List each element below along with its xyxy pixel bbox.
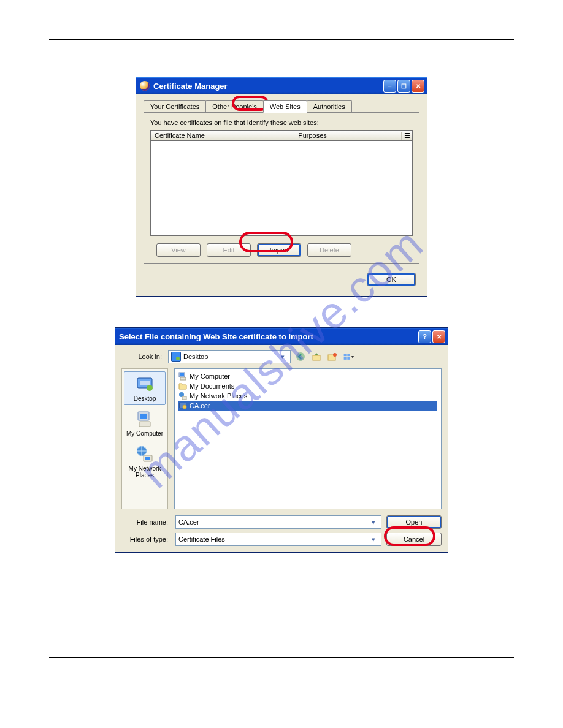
page-top-rule	[49, 39, 514, 40]
svg-rect-1	[313, 355, 320, 360]
svg-rect-7	[347, 357, 350, 360]
tab-other-peoples[interactable]: Other People's	[205, 100, 263, 113]
certificate-manager-window: Certificate Manager Your Certificates Ot…	[136, 77, 427, 297]
list-item[interactable]: My Documents	[178, 381, 437, 391]
cert-list-header: Certificate Name Purposes ☰	[150, 130, 413, 141]
open-button[interactable]: Open	[386, 515, 442, 529]
list-item[interactable]: My Network Places	[178, 391, 437, 401]
svg-point-10	[147, 385, 153, 391]
look-in-label: Look in:	[121, 353, 164, 360]
computer-icon	[178, 372, 187, 381]
page-bottom-rule	[49, 657, 514, 658]
svg-point-0	[296, 352, 305, 361]
place-network-label: My Network Places	[129, 465, 161, 479]
tab-web-sites[interactable]: Web Sites	[263, 100, 307, 113]
filetype-select[interactable]: Certificate Files ▾	[175, 533, 381, 546]
view-button: View	[156, 243, 201, 257]
cert-intro-text: You have certificates on file that ident…	[150, 119, 413, 126]
cancel-button[interactable]: Cancel	[386, 533, 442, 546]
svg-rect-5	[347, 354, 350, 356]
svg-rect-13	[139, 422, 150, 427]
folder-icon	[178, 382, 187, 390]
svg-rect-6	[344, 357, 347, 360]
new-folder-icon[interactable]	[326, 351, 339, 363]
filetype-label: Files of type:	[121, 536, 170, 543]
svg-rect-19	[180, 377, 186, 380]
cert-tab-panel: You have certificates on file that ident…	[144, 112, 419, 264]
look-in-combo[interactable]: Desktop ▾	[168, 350, 291, 363]
filename-input[interactable]: CA.cer ▾	[175, 515, 381, 529]
svg-rect-9	[140, 381, 150, 385]
cert-list-body[interactable]	[150, 141, 413, 236]
cert-manager-title: Certificate Manager	[153, 82, 228, 91]
filename-value: CA.cer	[178, 518, 199, 526]
help-button[interactable]	[418, 330, 431, 343]
desktop-icon	[135, 374, 155, 394]
col-purposes[interactable]: Purposes	[294, 132, 401, 139]
maximize-button[interactable]	[397, 80, 410, 93]
svg-rect-18	[180, 373, 184, 376]
place-desktop[interactable]: Desktop	[124, 371, 166, 405]
col-cert-name[interactable]: Certificate Name	[151, 132, 294, 139]
filetype-value: Certificate Files	[178, 536, 225, 543]
list-item-label: My Documents	[190, 382, 234, 390]
ok-button[interactable]: OK	[367, 273, 416, 286]
place-my-computer-label: My Computer	[126, 430, 163, 437]
place-network[interactable]: My Network Places	[124, 441, 166, 482]
network-icon	[135, 444, 155, 464]
chevron-down-icon[interactable]: ▾	[278, 353, 288, 361]
file-dialog-title: Select File containing Web Site certific…	[119, 332, 313, 341]
back-icon[interactable]	[294, 351, 307, 363]
svg-point-3	[333, 353, 337, 357]
list-item-label: My Computer	[190, 373, 230, 380]
up-icon[interactable]	[310, 351, 323, 363]
minimize-button[interactable]	[383, 80, 396, 93]
network-icon	[178, 392, 187, 400]
chevron-down-icon[interactable]: ▾	[369, 536, 378, 544]
file-dialog-titlebar[interactable]: Select File containing Web Site certific…	[115, 328, 448, 345]
filename-label: File name:	[121, 518, 170, 526]
place-my-computer[interactable]: My Computer	[124, 406, 166, 440]
view-menu-icon[interactable]: ▾	[342, 351, 354, 363]
svg-point-24	[183, 405, 186, 409]
look-in-value: Desktop	[183, 353, 208, 360]
close-button[interactable]	[432, 330, 445, 343]
column-chooser-button[interactable]: ☰	[401, 132, 412, 140]
cert-tabs: Your Certificates Other People's Web Sit…	[139, 97, 424, 113]
chevron-down-icon[interactable]: ▾	[369, 518, 378, 526]
desktop-icon	[171, 352, 181, 362]
cert-icon	[178, 401, 187, 410]
svg-rect-16	[145, 457, 150, 460]
firefox-icon	[140, 81, 150, 91]
list-item-label: CA.cer	[190, 402, 210, 409]
list-item[interactable]: CA.cer	[178, 401, 437, 411]
delete-button: Delete	[307, 243, 351, 257]
list-item[interactable]: My Computer	[178, 371, 437, 381]
file-list[interactable]: My Computer My Documents My Network Plac…	[174, 368, 442, 509]
places-bar: Desktop My Computer My Network Places	[121, 368, 168, 509]
tab-authorities[interactable]: Authorities	[307, 100, 352, 113]
list-item-label: My Network Places	[190, 392, 247, 400]
svg-rect-4	[344, 354, 347, 356]
close-button[interactable]	[412, 80, 424, 93]
svg-rect-21	[182, 396, 186, 400]
svg-rect-12	[140, 414, 147, 419]
cert-manager-titlebar[interactable]: Certificate Manager	[136, 77, 427, 94]
place-desktop-label: Desktop	[134, 395, 156, 402]
computer-icon	[135, 409, 155, 429]
import-button[interactable]: Import	[257, 243, 301, 257]
tab-your-certificates[interactable]: Your Certificates	[144, 100, 206, 113]
file-open-dialog: Select File containing Web Site certific…	[115, 327, 448, 553]
edit-button: Edit	[207, 243, 251, 257]
